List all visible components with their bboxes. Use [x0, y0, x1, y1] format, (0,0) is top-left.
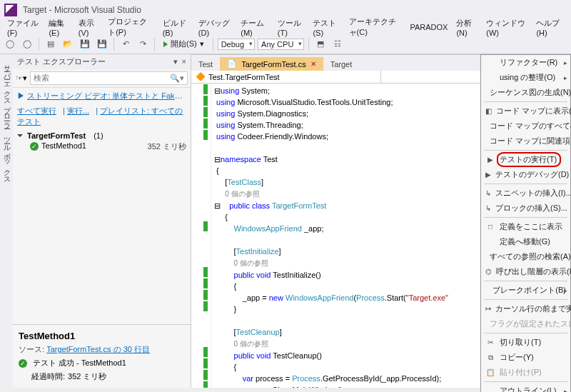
detail-name: TestMethod1 — [19, 331, 185, 341]
ctx-item[interactable]: コード マップのすべての参照 — [481, 119, 570, 134]
menu-item[interactable]: ツール(T) — [273, 16, 309, 39]
open-icon[interactable]: 📂 — [61, 37, 75, 51]
pane-title: テスト エクスプローラー — [17, 56, 106, 67]
context-menu: リファクター(R)using の整理(O)シーケンス図の生成(N)...◧コード… — [480, 54, 571, 392]
menu-item[interactable]: 分析(N) — [452, 16, 482, 39]
ctx-item[interactable]: ⧉コピー(Y) — [481, 350, 570, 365]
menu-item[interactable]: ファイル(F) — [3, 16, 44, 39]
platform-combo[interactable]: Any CPU — [258, 39, 304, 50]
ctx-item[interactable]: ▶テストのデバッグ(D) — [481, 167, 570, 182]
misc-icon[interactable]: ☷ — [330, 37, 345, 51]
run-link[interactable]: 実行... — [67, 106, 89, 115]
ctx-item[interactable]: ブレークポイント(B) — [481, 283, 570, 298]
ctx-item[interactable]: アウトライン(L) — [481, 383, 570, 392]
tab-targetformtest[interactable]: 📄 TargetFormTest.cs ✕ — [220, 57, 323, 71]
search-input[interactable]: 検索 🔍▾ — [30, 71, 188, 85]
streaming-link[interactable]: ▶ ストリーミング ビデオ: 単体テストと Fakes を使用した品… — [13, 88, 191, 104]
close-icon[interactable]: × — [182, 57, 186, 66]
run-links: すべて実行 | 実行... | プレイリスト: すべてのテスト — [13, 104, 191, 129]
menu-item[interactable]: 表示(V) — [74, 16, 103, 39]
config-combo[interactable]: Debug — [218, 39, 255, 50]
saveall-icon[interactable]: 💾 — [95, 37, 109, 51]
redo-icon[interactable]: ↷ — [136, 37, 150, 51]
nav-class-combo[interactable]: 🔶 Test.TargetFormTest — [191, 71, 381, 83]
menu-item[interactable]: チーム(M) — [236, 16, 273, 39]
search-icon: 🔍▾ — [170, 74, 184, 83]
nav-back-icon[interactable]: ◯ — [3, 37, 17, 51]
save-icon[interactable]: 💾 — [78, 37, 92, 51]
pin-icon[interactable]: ▾ — [173, 57, 178, 66]
window-title: Target - Microsoft Visual Studio — [23, 5, 141, 15]
menu-item[interactable]: プロジェクト(P) — [103, 15, 158, 39]
menu-item[interactable]: ウィンドウ(W) — [482, 16, 532, 39]
ctx-item[interactable]: □定義をここに表示 — [481, 219, 570, 234]
run-all-link[interactable]: すべて実行 — [17, 106, 56, 115]
nav-fwd-icon[interactable]: ◯ — [20, 37, 34, 51]
source-link[interactable]: TargetFormTest.cs の 30 行目 — [46, 345, 150, 353]
ctx-item[interactable]: ↳ブロックの挿入(S)... — [481, 201, 570, 216]
ctx-item[interactable]: リファクター(R) — [481, 55, 570, 70]
menu-item[interactable]: テスト(S) — [308, 16, 344, 39]
test-group[interactable]: TargetFormTest (1) — [17, 131, 186, 140]
undo-icon[interactable]: ↶ — [118, 37, 133, 51]
pass-icon: ✓ — [30, 142, 39, 151]
step-icon[interactable]: ⬒ — [313, 37, 328, 51]
test-detail: TestMethod1 ソース: TargetFormTest.cs の 30 … — [13, 324, 191, 388]
test-explorer-pane: テスト エクスプローラー ▾× ☞▾ 検索 🔍▾ ▶ ストリーミング ビデオ: … — [13, 54, 191, 388]
code-body[interactable]: ⊟using System; using Microsoft.VisualStu… — [211, 84, 451, 388]
ctx-item[interactable]: すべての参照の検索(A) — [481, 249, 570, 264]
group-icon[interactable]: ☞▾ — [16, 74, 27, 83]
ctx-item[interactable]: ↦カーソル行の前まで実行( — [481, 301, 570, 316]
menu-item[interactable]: ヘルプ(H) — [532, 16, 568, 39]
menu-item[interactable]: ビルド(B) — [158, 16, 194, 39]
ctx-item[interactable]: コード マップに関連項目を — [481, 134, 570, 149]
ctx-item[interactable]: ✂切り取り(T) — [481, 335, 570, 350]
ctx-item[interactable]: using の整理(O) — [481, 70, 570, 85]
new-icon[interactable]: ▤ — [44, 37, 58, 51]
ctx-item: 📋貼り付け(P) — [481, 365, 570, 380]
ctx-item[interactable]: ◧コード マップに表示(C) — [481, 104, 570, 119]
pass-icon: ✓ — [19, 359, 27, 368]
menu-item[interactable]: デバッグ(D) — [194, 16, 236, 39]
ctx-item: フラグが設定されたスレッ — [481, 316, 570, 331]
toolbox-tab[interactable]: ツールボックス — [1, 129, 11, 183]
menu-item[interactable]: 編集(E) — [44, 16, 74, 39]
menu-item[interactable]: アーキテクチャ(C) — [345, 15, 406, 39]
menu-item[interactable]: PARADOX — [405, 21, 452, 33]
ctx-item[interactable]: シーケンス図の生成(N)... — [481, 85, 570, 100]
tab-test[interactable]: Test — [191, 58, 220, 71]
tab-close-icon: ✕ — [310, 60, 316, 68]
server-explorer-tab[interactable]: サーバー エクスプローラー — [1, 57, 11, 128]
side-tab-strip: サーバー エクスプローラー ツールボックス — [0, 54, 13, 388]
tab-target[interactable]: Target — [323, 58, 360, 71]
test-item[interactable]: ✓TestMethod1 352 ミリ秒 — [17, 140, 186, 154]
ctx-item[interactable]: ▶テストの実行(T) — [481, 152, 570, 167]
menu-bar: ファイル(F)編集(E)表示(V)プロジェクト(P)ビルド(B)デバッグ(D)チ… — [0, 20, 571, 34]
start-button[interactable]: 開始(S) ▾ — [159, 37, 208, 51]
vs-logo-icon — [4, 4, 17, 16]
ctx-item[interactable]: ↳スニペットの挿入(I)... — [481, 186, 570, 201]
ctx-item[interactable]: ⌬呼び出し階層の表示(H) — [481, 264, 570, 279]
ctx-item[interactable]: 定義へ移動(G) — [481, 234, 570, 249]
